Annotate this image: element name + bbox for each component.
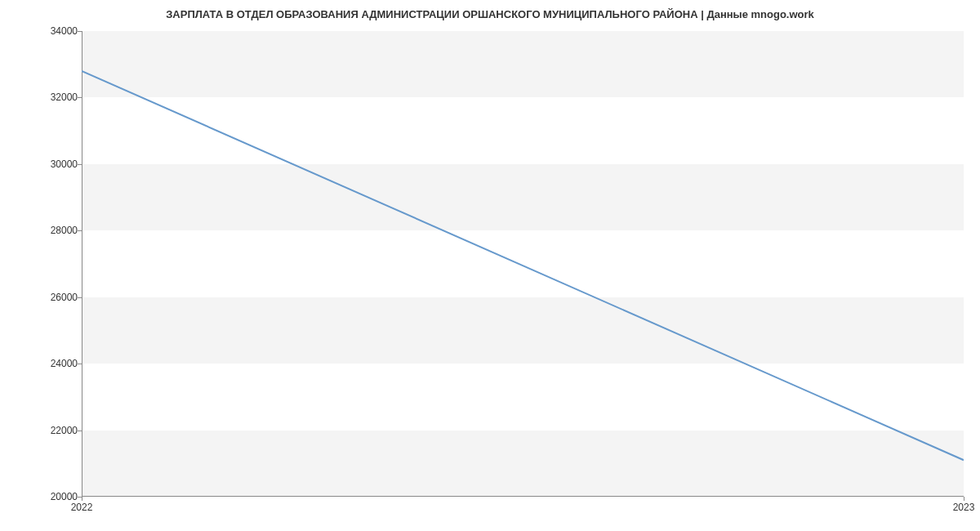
chart-title: ЗАРПЛАТА В ОТДЕЛ ОБРАЗОВАНИЯ АДМИНИСТРАЦ… (0, 8, 980, 20)
x-tick-mark (82, 497, 82, 501)
y-tick-label: 32000 (45, 91, 78, 103)
grid-band (82, 164, 964, 230)
svg-line-0 (82, 71, 964, 460)
y-tick-label: 34000 (45, 25, 78, 37)
grid-band (82, 431, 964, 497)
chart-plot-area: 20000 22000 24000 26000 28000 30000 3200… (82, 31, 964, 497)
data-line (82, 31, 964, 497)
y-tick-label: 26000 (45, 292, 78, 303)
y-axis (82, 31, 82, 497)
x-tick-label: 2023 (953, 502, 975, 513)
x-axis (82, 496, 964, 497)
grid-band (82, 31, 964, 97)
grid-band (82, 297, 964, 364)
y-tick-label: 24000 (45, 358, 78, 369)
y-tick-label: 30000 (45, 158, 78, 170)
y-tick-label: 20000 (45, 491, 78, 502)
x-tick-mark (964, 497, 964, 501)
y-tick-label: 22000 (45, 425, 78, 436)
y-tick-label: 28000 (45, 225, 78, 236)
x-tick-label: 2022 (71, 502, 93, 513)
